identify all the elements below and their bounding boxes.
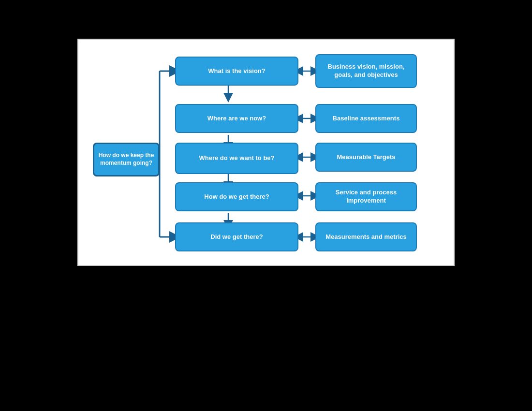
- vision-box: What is the vision?: [175, 57, 298, 86]
- want-box: Where do we want to be?: [175, 143, 298, 174]
- service-box: Service and process improvement: [315, 182, 417, 211]
- momentum-box: How do we keep the momentum going?: [93, 143, 160, 176]
- did-box: Did we get there?: [175, 222, 298, 251]
- baseline-box: Baseline assessments: [315, 104, 417, 133]
- now-box: Where are we now?: [175, 104, 298, 133]
- measurements-box: Measurements and metrics: [315, 222, 417, 251]
- measurable-box: Measurable Targets: [315, 143, 417, 172]
- diagram-container: What is the vision? Where are we now? Wh…: [77, 39, 455, 266]
- get-box: How do we get there?: [175, 182, 298, 211]
- business-box: Business vision, mission, goals, and obj…: [315, 54, 417, 88]
